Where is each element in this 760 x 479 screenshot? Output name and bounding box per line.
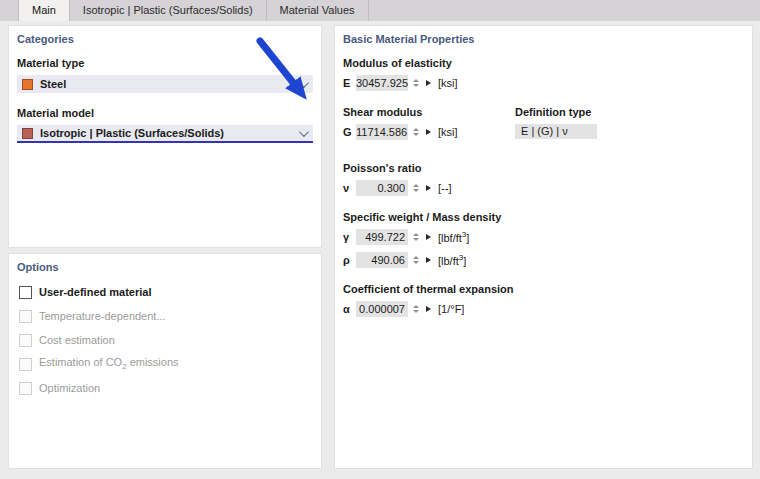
shear-row: G 11714.586 [ksi] <box>343 124 515 140</box>
symbol-G: G <box>343 126 356 138</box>
symbol-rho: ρ <box>343 254 356 266</box>
tab-bar: Main Isotropic | Plastic (Surfaces/Solid… <box>0 0 760 21</box>
material-type-color-swatch <box>22 79 33 90</box>
unit-picker-icon[interactable] <box>426 185 431 191</box>
symbol-nu: ν <box>343 182 356 194</box>
thermal-unit: [1/°F] <box>438 303 464 315</box>
spinner[interactable] <box>411 75 421 91</box>
rho-input[interactable]: 490.06 <box>356 252 408 268</box>
material-dialog: Main Isotropic | Plastic (Surfaces/Solid… <box>0 0 760 479</box>
definition-type-label: Definition type <box>515 106 597 118</box>
symbol-alpha: α <box>343 303 356 315</box>
checkbox-label: User-defined material <box>39 286 151 298</box>
tab-material-values[interactable]: Material Values <box>267 0 369 21</box>
material-model-label: Material model <box>17 107 313 119</box>
spinner[interactable] <box>411 229 421 245</box>
spinner-down-icon[interactable] <box>413 261 419 264</box>
chevron-down-icon <box>299 127 309 137</box>
rho-row: ρ 490.06 [lb/ft3] <box>343 252 744 268</box>
spinner-down-icon[interactable] <box>413 238 419 241</box>
poisson-label: Poisson's ratio <box>343 162 744 174</box>
modulus-input[interactable]: 30457.925 <box>356 75 408 91</box>
checkbox-label: Cost estimation <box>39 334 115 346</box>
modulus-label: Modulus of elasticity <box>343 57 744 69</box>
options-title: Options <box>17 261 313 273</box>
spinner-down-icon[interactable] <box>413 84 419 87</box>
options-panel: Options User-defined material Temperatur… <box>8 253 322 469</box>
gamma-row: γ 499.722 [lbf/ft3] <box>343 229 744 245</box>
specific-weight-label: Specific weight / Mass density <box>343 211 744 223</box>
poissons-ratio-group: Poisson's ratio ν 0.300 [--] <box>343 162 744 196</box>
specific-weight-group: Specific weight / Mass density γ 499.722… <box>343 211 744 268</box>
symbol-E: E <box>343 77 356 89</box>
checkbox-row-user-defined-material[interactable]: User-defined material <box>19 285 313 299</box>
definition-type-field[interactable]: E | (G) | ν <box>515 124 597 139</box>
unit-picker-icon[interactable] <box>426 129 431 135</box>
spinner-up-icon[interactable] <box>413 233 419 236</box>
unit-picker-icon[interactable] <box>426 234 431 240</box>
spinner-up-icon[interactable] <box>413 79 419 82</box>
rho-unit: [lb/ft3] <box>438 253 466 267</box>
shear-label: Shear modulus <box>343 106 515 118</box>
spinner-up-icon[interactable] <box>413 305 419 308</box>
spinner[interactable] <box>411 301 421 317</box>
thermal-label: Coefficient of thermal expansion <box>343 283 744 295</box>
tab-isotropic-plastic[interactable]: Isotropic | Plastic (Surfaces/Solids) <box>70 0 267 21</box>
unit-picker-icon[interactable] <box>426 80 431 86</box>
checkbox-label: Optimization <box>39 382 100 394</box>
modulus-of-elasticity-group: Modulus of elasticity E 30457.925 [ksi] <box>343 57 744 91</box>
material-model-value: Isotropic | Plastic (Surfaces/Solids) <box>40 127 299 139</box>
spinner-down-icon[interactable] <box>413 189 419 192</box>
tab-main[interactable]: Main <box>18 0 70 21</box>
shear-modulus-group: Shear modulus G 11714.586 [ksi] Definiti… <box>343 106 744 147</box>
spinner-up-icon[interactable] <box>413 184 419 187</box>
checkbox-row-cost-estimation: Cost estimation <box>19 333 313 347</box>
poisson-row: ν 0.300 [--] <box>343 180 744 196</box>
gamma-input[interactable]: 499.722 <box>356 229 408 245</box>
checkbox-label: Temperature-dependent... <box>39 310 166 322</box>
spinner[interactable] <box>411 180 421 196</box>
thermal-input[interactable]: 0.000007 <box>356 301 408 317</box>
properties-title: Basic Material Properties <box>343 33 744 45</box>
thermal-row: α 0.000007 [1/°F] <box>343 301 744 317</box>
checkbox-icon <box>19 382 32 395</box>
poisson-unit: [--] <box>438 182 451 194</box>
modulus-unit: [ksi] <box>438 77 458 89</box>
shear-unit: [ksi] <box>438 126 458 138</box>
checkbox-row-optimization: Optimization <box>19 381 313 395</box>
checkbox-row-temperature-dependent: Temperature-dependent... <box>19 309 313 323</box>
checkbox-icon[interactable] <box>19 286 32 299</box>
shear-input[interactable]: 11714.586 <box>356 124 408 140</box>
spinner-down-icon[interactable] <box>413 310 419 313</box>
checkbox-icon <box>19 334 32 347</box>
unit-picker-icon[interactable] <box>426 257 431 263</box>
basic-material-properties-panel: Basic Material Properties Modulus of ela… <box>334 25 753 469</box>
thermal-expansion-group: Coefficient of thermal expansion α 0.000… <box>343 283 744 317</box>
material-type-value: Steel <box>40 78 299 90</box>
material-type-dropdown[interactable]: Steel <box>17 75 313 93</box>
material-type-label: Material type <box>17 57 313 69</box>
spinner[interactable] <box>411 252 421 268</box>
checkbox-icon <box>19 358 32 371</box>
spinner[interactable] <box>411 124 421 140</box>
checkbox-label: Estimation of CO2 emissions <box>39 356 179 371</box>
gamma-unit: [lbf/ft3] <box>438 230 469 244</box>
spinner-down-icon[interactable] <box>413 133 419 136</box>
categories-panel: Categories Material type Steel Material … <box>8 25 322 248</box>
unit-picker-icon[interactable] <box>426 306 431 312</box>
poisson-input[interactable]: 0.300 <box>356 180 408 196</box>
spinner-up-icon[interactable] <box>413 128 419 131</box>
categories-title: Categories <box>17 33 313 45</box>
modulus-row: E 30457.925 [ksi] <box>343 75 744 91</box>
chevron-down-icon <box>299 78 309 88</box>
material-model-dropdown[interactable]: Isotropic | Plastic (Surfaces/Solids) <box>17 125 313 143</box>
checkbox-icon <box>19 310 32 323</box>
material-model-color-swatch <box>22 128 33 139</box>
checkbox-row-co2-emissions: Estimation of CO2 emissions <box>19 357 313 371</box>
spinner-up-icon[interactable] <box>413 256 419 259</box>
symbol-gamma: γ <box>343 231 356 243</box>
